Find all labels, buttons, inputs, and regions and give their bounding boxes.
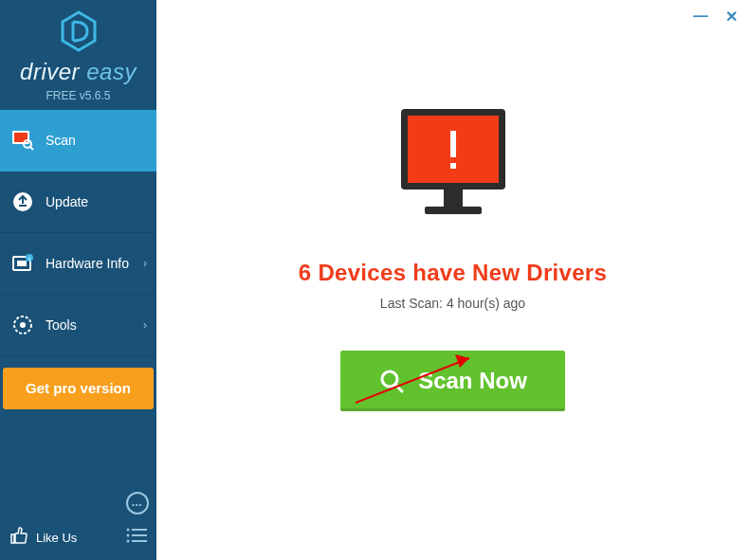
monitor-alert-icon: [382, 104, 524, 231]
svg-rect-22: [425, 207, 482, 214]
scan-button-label: Scan Now: [418, 368, 527, 394]
like-us-button[interactable]: Like Us: [9, 526, 77, 549]
nav-label: Update: [46, 194, 88, 209]
svg-point-13: [127, 529, 130, 532]
hardware-info-icon: i: [9, 253, 36, 274]
headline-text: 6 Devices have New Drivers: [299, 260, 607, 286]
nav-label: Tools: [46, 317, 77, 333]
scan-icon: [9, 130, 36, 151]
sidebar: driver easy FREE v5.6.5 Scan Update i Ha…: [0, 0, 156, 560]
version-label: FREE v5.6.5: [0, 89, 156, 102]
close-button[interactable]: ✕: [722, 8, 740, 25]
nav-label: Hardware Info: [46, 256, 129, 271]
chat-icon[interactable]: •••: [126, 492, 149, 515]
nav-label: Scan: [46, 133, 76, 148]
svg-rect-23: [450, 131, 456, 157]
sidebar-item-hardware-info[interactable]: i Hardware Info ›: [0, 233, 156, 295]
tools-icon: [9, 315, 36, 335]
chevron-right-icon: ›: [143, 318, 147, 332]
svg-rect-24: [450, 163, 456, 169]
svg-rect-8: [17, 261, 27, 266]
svg-point-17: [127, 540, 130, 543]
svg-marker-0: [63, 12, 95, 50]
magnifier-icon: [378, 368, 405, 394]
logo-area: driver easy FREE v5.6.5: [0, 0, 156, 110]
thumbs-up-icon: [9, 526, 28, 549]
main-panel: — ✕ 6 Devices have New Drivers Last Scan…: [156, 0, 749, 560]
svg-point-12: [20, 322, 26, 328]
logo-icon: [57, 9, 100, 57]
svg-rect-21: [444, 190, 463, 207]
scan-now-button[interactable]: Scan Now: [340, 351, 565, 411]
nav-list: Scan Update i Hardware Info › Tools ›: [0, 110, 156, 356]
last-scan-text: Last Scan: 4 hour(s) ago: [380, 296, 525, 311]
svg-line-26: [395, 385, 402, 391]
chevron-right-icon: ›: [143, 257, 147, 270]
minimize-button[interactable]: —: [692, 8, 709, 25]
sidebar-item-update[interactable]: Update: [0, 172, 156, 233]
menu-icon[interactable]: [126, 527, 147, 548]
update-icon: [9, 190, 36, 213]
svg-point-15: [127, 534, 130, 537]
window-controls: — ✕: [692, 8, 740, 25]
like-row: Like Us: [0, 520, 156, 560]
bottom-icons: •••: [0, 484, 156, 520]
get-pro-button[interactable]: Get pro version: [3, 368, 154, 409]
like-label: Like Us: [36, 531, 77, 545]
svg-line-4: [30, 147, 33, 150]
sidebar-item-tools[interactable]: Tools ›: [0, 295, 156, 356]
brand-name: driver easy: [0, 59, 156, 85]
sidebar-item-scan[interactable]: Scan: [0, 110, 156, 172]
